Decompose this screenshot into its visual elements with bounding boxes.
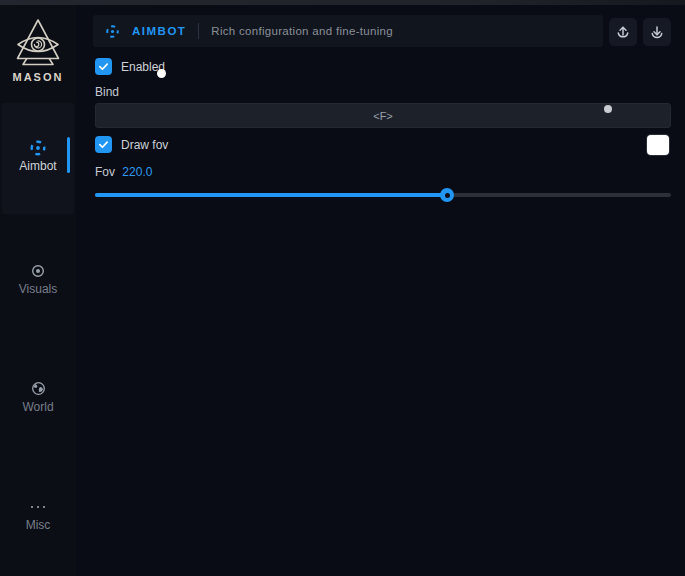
sidebar-item-label: Misc — [0, 518, 76, 532]
ellipsis-icon — [0, 497, 76, 515]
sidebar-item-label: Aimbot — [0, 159, 76, 173]
sidebar-item-aimbot[interactable]: Aimbot — [0, 138, 76, 173]
crosshair-icon — [105, 24, 120, 39]
fov-value: 220.0 — [122, 165, 152, 179]
sidebar-item-misc[interactable]: Misc — [0, 497, 76, 532]
fov-slider[interactable] — [95, 188, 671, 202]
cursor-dot — [157, 69, 166, 78]
draw-fov-checkbox[interactable] — [95, 136, 112, 153]
fov-color-swatch[interactable] — [647, 135, 669, 155]
check-icon — [98, 139, 109, 150]
sidebar-item-visuals[interactable]: Visuals — [0, 261, 76, 296]
fov-slider-handle[interactable] — [440, 188, 454, 202]
bind-input[interactable] — [95, 103, 671, 128]
sidebar: MASON Aimbot Visuals Worl — [0, 5, 76, 576]
mason-pyramid-eye-icon — [0, 18, 76, 68]
draw-fov-label: Draw fov — [121, 138, 168, 152]
page-title: AIMBOT — [132, 25, 186, 37]
check-icon — [98, 61, 109, 72]
sidebar-item-world[interactable]: World — [0, 379, 76, 414]
enabled-row: Enabled — [95, 58, 165, 75]
page-header: AIMBOT Rich configuration and fine-tunin… — [93, 15, 603, 47]
sidebar-item-label: World — [0, 400, 76, 414]
logo: MASON — [0, 18, 76, 83]
fov-label: Fov — [95, 165, 115, 179]
main-content: AIMBOT Rich configuration and fine-tunin… — [76, 5, 685, 576]
draw-fov-row: Draw fov — [95, 136, 168, 153]
logo-text: MASON — [0, 71, 76, 83]
crosshair-icon — [0, 138, 76, 156]
fov-slider-fill — [95, 193, 447, 197]
bind-label: Bind — [95, 85, 119, 99]
upload-icon — [615, 24, 631, 40]
export-config-button[interactable] — [609, 18, 637, 46]
download-icon — [649, 24, 665, 40]
enabled-checkbox[interactable] — [95, 58, 112, 75]
import-config-button[interactable] — [643, 18, 671, 46]
sidebar-item-label: Visuals — [0, 282, 76, 296]
header-divider — [198, 23, 199, 39]
globe-icon — [0, 379, 76, 397]
page-subtitle: Rich configuration and fine-tuning — [211, 25, 393, 37]
eye-icon — [0, 261, 76, 279]
cursor-dot-small — [604, 105, 612, 113]
fov-label-row: Fov 220.0 — [95, 165, 152, 179]
